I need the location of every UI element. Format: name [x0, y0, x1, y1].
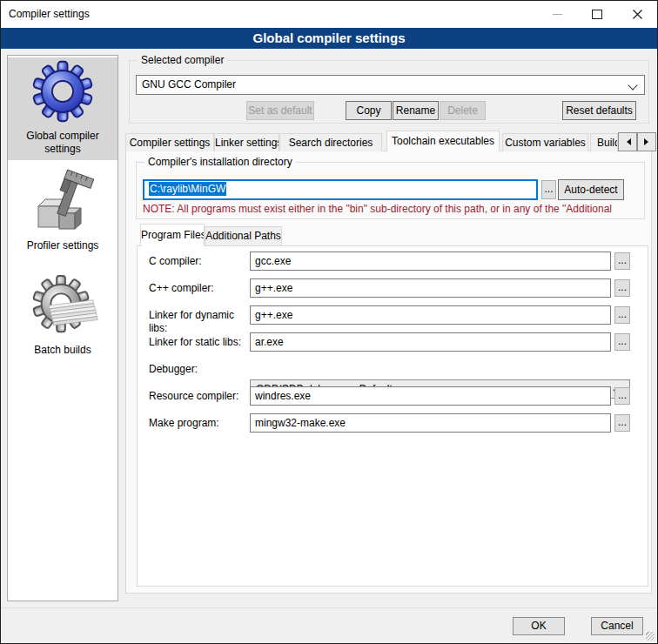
c-compiler-browse-button[interactable]: ...: [614, 252, 630, 270]
banner-title: Global compiler settings: [1, 28, 657, 49]
rename-button[interactable]: Rename: [393, 101, 439, 120]
linker-dynamic-label: Linker for dynamic libs:: [149, 309, 250, 335]
c-compiler-label: C compiler:: [149, 255, 246, 268]
tab-toolchain-executables[interactable]: Toolchain executables: [386, 131, 500, 151]
batch-builds-icon: [27, 273, 98, 340]
sidebar-item-batch-builds[interactable]: Batch builds: [8, 344, 118, 357]
reset-defaults-button[interactable]: Reset defaults: [562, 101, 636, 120]
resize-grip[interactable]: [646, 632, 655, 641]
tab-scroll-right-icon: [644, 138, 652, 145]
linker-static-browse-button[interactable]: ...: [614, 333, 630, 351]
resource-compiler-label: Resource compiler:: [149, 390, 246, 403]
installation-directory-input[interactable]: C:\raylib\MinGW: [143, 179, 538, 200]
close-icon: [633, 10, 642, 19]
installation-directory-group-label: Compiler's installation directory: [144, 156, 296, 168]
make-program-input[interactable]: mingw32-make.exe: [250, 413, 611, 433]
installation-directory-browse-button[interactable]: ...: [541, 180, 556, 199]
resource-compiler-browse-button[interactable]: ...: [614, 387, 630, 405]
make-program-label: Make program:: [149, 417, 246, 430]
minimize-icon: [553, 14, 562, 15]
c-compiler-input[interactable]: gcc.exe: [250, 252, 611, 271]
tab-scroll-left-button[interactable]: [618, 132, 637, 151]
cpp-compiler-input[interactable]: g++.exe: [250, 278, 611, 298]
sidebar-item-label: Global compiler settings: [8, 130, 118, 156]
cancel-button[interactable]: Cancel: [591, 617, 643, 635]
close-button[interactable]: [617, 1, 657, 28]
tab-program-files[interactable]: Program Files: [140, 224, 205, 246]
footer-divider: [1, 607, 657, 608]
debugger-label: Debugger:: [149, 363, 246, 376]
tab-scroll-left-icon: [623, 138, 631, 145]
window-title: Compiler settings: [9, 1, 90, 28]
linker-dynamic-browse-button[interactable]: ...: [614, 306, 630, 324]
cpp-compiler-browse-button[interactable]: ...: [614, 279, 630, 297]
set-as-default-button[interactable]: Set as default: [246, 101, 314, 120]
tab-search-directories[interactable]: Search directories: [279, 133, 382, 151]
tab-additional-paths[interactable]: Additional Paths: [205, 226, 282, 245]
tab-scroll-right-button[interactable]: [637, 132, 656, 151]
linker-static-label: Linker for static libs:: [149, 336, 250, 349]
installation-note: NOTE: All programs must exist either in …: [143, 203, 641, 216]
tab-custom-variables[interactable]: Custom variables: [502, 133, 588, 151]
minimize-button[interactable]: [537, 1, 577, 28]
chevron-down-icon: [628, 80, 637, 90]
make-program-browse-button[interactable]: ...: [614, 414, 630, 432]
selected-compiler-group-label: Selected compiler: [138, 54, 227, 66]
tab-linker-settings[interactable]: Linker settings: [214, 133, 279, 151]
resource-compiler-input[interactable]: windres.exe: [250, 386, 611, 406]
compiler-settings-window: Compiler settings Global compiler settin…: [0, 0, 658, 644]
ok-button[interactable]: OK: [513, 617, 565, 635]
linker-dynamic-input[interactable]: g++.exe: [250, 305, 611, 325]
global-compiler-settings-icon: [30, 58, 95, 127]
tab-build-options[interactable]: Build: [590, 133, 618, 151]
linker-static-input[interactable]: ar.exe: [250, 332, 611, 352]
maximize-button[interactable]: [577, 1, 617, 28]
tab-compiler-settings[interactable]: Compiler settings: [125, 133, 214, 151]
sidebar-item-profiler-settings[interactable]: Profiler settings: [8, 239, 118, 252]
copy-button[interactable]: Copy: [346, 101, 392, 120]
delete-button[interactable]: Delete: [440, 101, 486, 120]
maximize-icon: [592, 10, 602, 19]
cpp-compiler-label: C++ compiler:: [149, 282, 246, 295]
profiler-settings-icon: [30, 168, 96, 238]
auto-detect-button[interactable]: Auto-detect: [558, 179, 624, 200]
selected-compiler-combobox[interactable]: GNU GCC Compiler: [136, 75, 645, 95]
selected-compiler-value: GNU GCC Compiler: [142, 78, 236, 91]
installation-directory-value: C:\raylib\MinGW: [149, 182, 226, 196]
